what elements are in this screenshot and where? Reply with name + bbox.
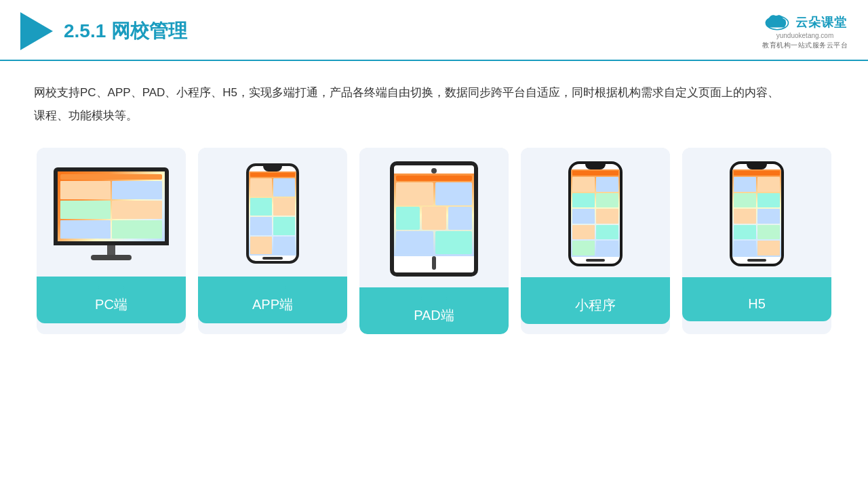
- brand-url: yunduoketang.com: [776, 32, 834, 39]
- card-pc: PC端: [37, 148, 186, 334]
- card-miniapp-label: 小程序: [521, 277, 670, 324]
- card-miniapp: 小程序: [521, 148, 670, 334]
- card-app-image: [198, 148, 347, 277]
- card-top-line: [743, 287, 770, 289]
- title-main: 网校管理: [111, 20, 187, 41]
- card-pad: PAD端: [359, 148, 509, 334]
- phone-app-icon: [246, 163, 299, 264]
- page-title: 2.5.1 网校管理: [64, 18, 187, 44]
- card-h5-label: H5: [682, 277, 831, 321]
- card-top-line: [259, 286, 286, 289]
- pc-monitor-icon: [54, 167, 169, 260]
- title-prefix: 2.5.1: [64, 20, 106, 41]
- card-h5-image: [682, 148, 831, 277]
- brand-name: 云朵课堂: [795, 14, 847, 30]
- card-top-line: [98, 286, 125, 289]
- card-pad-image: [359, 148, 509, 287]
- card-pc-label: PC端: [37, 277, 186, 323]
- card-top-line: [420, 297, 448, 300]
- cards-container: PC端: [34, 148, 834, 334]
- card-pad-label: PAD端: [359, 287, 509, 334]
- brand-logo: 云朵课堂 yunduoketang.com 教育机构一站式服务云平台: [762, 13, 848, 50]
- card-app: APP端: [198, 148, 347, 334]
- card-h5: H5: [682, 148, 831, 334]
- header: 2.5.1 网校管理 云朵课堂 yunduoketang.com 教育机构一站式…: [0, 0, 868, 61]
- card-top-line: [582, 287, 609, 289]
- card-miniapp-image: [521, 148, 670, 277]
- tablet-pad-icon: [390, 161, 478, 277]
- description-text: 网校支持PC、APP、PAD、小程序、H5，实现多端打通，产品各终端自由切换，数…: [34, 81, 780, 127]
- card-pc-image: [37, 148, 186, 277]
- cloud-logo: 云朵课堂: [763, 13, 847, 32]
- svg-point-1: [776, 18, 779, 21]
- brand-tagline: 教育机构一站式服务云平台: [762, 41, 848, 50]
- header-left: 2.5.1 网校管理: [20, 12, 187, 50]
- phone-h5-icon: [730, 161, 784, 266]
- cloud-icon: [763, 13, 791, 32]
- card-app-label: APP端: [198, 277, 347, 323]
- phone-miniapp-icon: [568, 161, 623, 266]
- main-content: 网校支持PC、APP、PAD、小程序、H5，实现多端打通，产品各终端自由切换，数…: [0, 61, 868, 348]
- logo-triangle-icon: [20, 12, 53, 50]
